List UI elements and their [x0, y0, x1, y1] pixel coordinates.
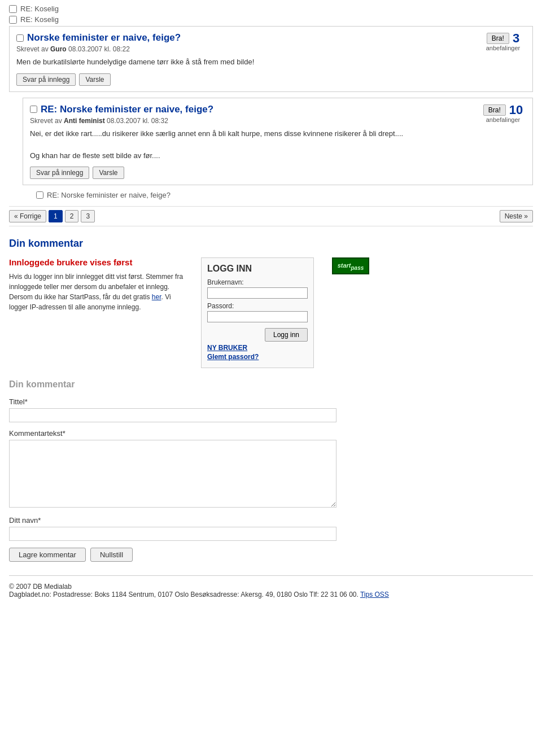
- bra-button-2[interactable]: Bra!: [483, 104, 506, 116]
- new-user-link[interactable]: NY BRUKER: [207, 344, 308, 352]
- nested-reply-block: RE: Norske feminister er naive, feige? S…: [23, 98, 533, 200]
- startpass-text: start: [338, 262, 351, 269]
- page-left: « Forrige 1 2 3: [9, 210, 95, 222]
- collapsed-reply-link-1[interactable]: RE: Koselig: [20, 5, 59, 13]
- next-page-button[interactable]: Neste »: [500, 210, 533, 222]
- reset-button[interactable]: Nullstill: [90, 548, 133, 562]
- vote-label-2: anbefalinger: [486, 116, 521, 123]
- collapsed-reply-link-2[interactable]: RE: Koselig: [20, 15, 59, 24]
- report-button-1[interactable]: Varsle: [79, 73, 110, 86]
- post-author-2: Anti feminist: [64, 117, 105, 125]
- promo-text: Hvis du logger inn blir innlegget ditt v…: [9, 272, 190, 312]
- name-field: Ditt navn*: [9, 516, 533, 541]
- title-label: Tittel*: [9, 397, 533, 406]
- collapsed-checkbox-1[interactable]: [9, 5, 17, 13]
- promo-link[interactable]: her: [152, 293, 161, 301]
- bra-button-1[interactable]: Bra!: [487, 33, 509, 44]
- username-input[interactable]: [207, 287, 308, 299]
- comment-columns: Innloggede brukere vises først Hvis du l…: [9, 257, 533, 368]
- post-actions-1: Svar på innlegg Varsle: [16, 73, 526, 86]
- pagination: « Forrige 1 2 3 Neste »: [9, 206, 533, 226]
- post-block-main-2: RE: Norske feminister er naive, feige? S…: [23, 98, 533, 186]
- title-input[interactable]: [9, 408, 336, 422]
- post-header-2: RE: Norske feminister er naive, feige? S…: [30, 104, 526, 125]
- page-right: Neste »: [500, 210, 533, 222]
- login-box: LOGG INN Brukernavn: Passord: Logg inn N…: [201, 257, 314, 368]
- vote-label-1: anbefalinger: [486, 45, 521, 51]
- reply-button-2[interactable]: Svar på innlegg: [30, 167, 89, 179]
- password-label: Passord:: [207, 302, 308, 310]
- tips-oss-link[interactable]: Tips OSS: [360, 591, 389, 598]
- vote-box-2: Bra! 10 anbefalinger: [480, 104, 526, 123]
- comment-section-title: Din kommentar: [9, 238, 533, 250]
- name-input[interactable]: [9, 527, 336, 541]
- footer-copyright: © 2007 DB Medialab: [9, 583, 533, 591]
- post-header-1: Norske feminister er naive, feige? Skrev…: [16, 32, 526, 53]
- page-3-button[interactable]: 3: [81, 210, 95, 222]
- vote-box-1: Bra! 3 anbefalinger: [480, 32, 526, 51]
- form-buttons: Lagre kommentar Nullstill: [9, 548, 533, 562]
- post-block-main-1: Norske feminister er naive, feige? Skrev…: [9, 26, 533, 92]
- post-actions-2: Svar på innlegg Varsle: [30, 167, 526, 179]
- vote-top-1: Bra! 3: [487, 32, 519, 45]
- collapsed-reply-1: RE: Koselig: [9, 5, 533, 13]
- collapsed-reply-2: RE: Koselig: [9, 15, 533, 24]
- startpass-logo: startpass: [325, 257, 376, 368]
- reply-button-1[interactable]: Svar på innlegg: [16, 73, 76, 86]
- title-field: Tittel*: [9, 397, 533, 422]
- startpass-badge: startpass: [332, 257, 370, 274]
- footer: © 2007 DB Medialab Dagbladet.no: Postadr…: [9, 575, 533, 603]
- password-input[interactable]: [207, 311, 308, 322]
- login-title: LOGG INN: [207, 264, 308, 274]
- vote-top-2: Bra! 10: [483, 104, 523, 116]
- comment-field: Kommentartekst*: [9, 429, 533, 509]
- post-checkbox-1[interactable]: [16, 34, 24, 42]
- forgot-password-link[interactable]: Glemt passord?: [207, 353, 308, 361]
- post-meta-1: Skrevet av Guro 08.03.2007 kl. 08:22: [16, 45, 181, 53]
- post-title-1[interactable]: Norske feminister er naive, feige?: [27, 32, 181, 43]
- nested-collapsed-reply: RE: Norske feminister er naive, feige?: [36, 191, 533, 199]
- page-1-button[interactable]: 1: [49, 210, 63, 222]
- post-meta-2: Skrevet av Anti feminist 08.03.2007 kl. …: [30, 117, 213, 125]
- comment-section: Din kommentar Innloggede brukere vises f…: [9, 238, 533, 562]
- prev-page-button[interactable]: « Forrige: [9, 210, 46, 222]
- comment-form: Din kommentar Tittel* Kommentartekst* Di…: [9, 379, 533, 562]
- post-date-2: 08.03.2007 kl. 08:32: [107, 117, 168, 125]
- username-label: Brukernavn:: [207, 278, 308, 286]
- post-header-left-2: RE: Norske feminister er naive, feige? S…: [30, 104, 213, 125]
- vote-count-1: 3: [513, 32, 519, 45]
- name-label: Ditt navn*: [9, 516, 533, 525]
- promo-title: Innloggede brukere vises først: [9, 257, 190, 267]
- login-promo: Innloggede brukere vises først Hvis du l…: [9, 257, 190, 368]
- vote-number-2: 10: [509, 104, 523, 116]
- vote-number-1: 3: [513, 32, 519, 45]
- login-button[interactable]: Logg inn: [265, 328, 308, 342]
- post-title-2[interactable]: RE: Norske feminister er naive, feige?: [41, 104, 213, 115]
- footer-address-text: Dagbladet.no: Postadresse: Boks 1184 Sen…: [9, 591, 359, 598]
- form-title: Din kommentar: [9, 379, 533, 390]
- startpass-sub: pass: [351, 265, 364, 271]
- report-button-2[interactable]: Varsle: [93, 167, 124, 179]
- post-date-1: 08.03.2007 kl. 08:22: [68, 45, 130, 53]
- page-2-button[interactable]: 2: [65, 210, 79, 222]
- comment-label: Kommentartekst*: [9, 429, 533, 438]
- collapsed-checkbox-2[interactable]: [9, 16, 17, 24]
- footer-address: Dagbladet.no: Postadresse: Boks 1184 Sen…: [9, 591, 533, 598]
- login-links: NY BRUKER Glemt passord?: [207, 344, 308, 361]
- submit-button[interactable]: Lagre kommentar: [9, 548, 86, 562]
- post-author-1: Guro: [50, 45, 67, 53]
- vote-count-2: 10: [509, 104, 523, 116]
- post-content-2: Nei, er det ikke rart.....du risikerer i…: [30, 128, 526, 161]
- post-checkbox-2[interactable]: [30, 106, 37, 113]
- post-header-left-1: Norske feminister er naive, feige? Skrev…: [16, 32, 181, 53]
- post-content-1: Men de burkatilslørte hundelydige damene…: [16, 56, 526, 68]
- nested-collapsed-checkbox[interactable]: [36, 191, 43, 199]
- nested-collapsed-link[interactable]: RE: Norske feminister er naive, feige?: [47, 191, 171, 199]
- comment-textarea[interactable]: [9, 440, 336, 508]
